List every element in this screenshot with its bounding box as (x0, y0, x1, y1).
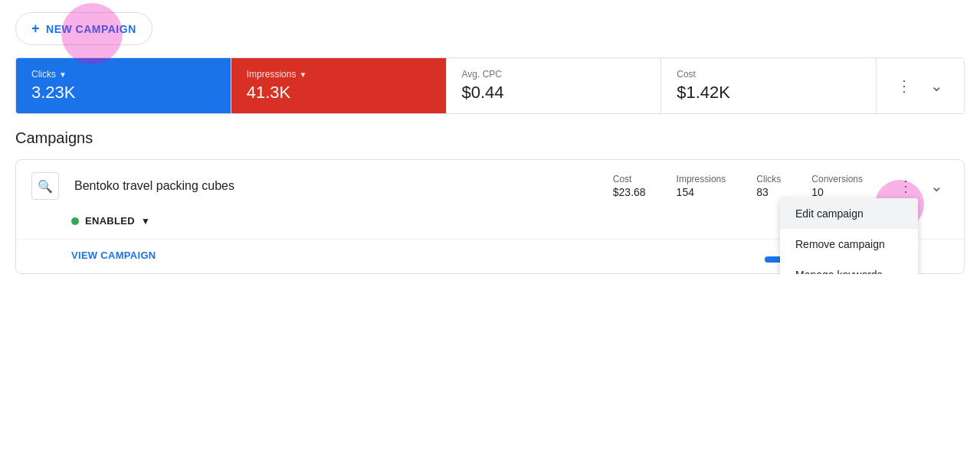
status-dot (71, 217, 79, 225)
stat-value-impressions: 41.3K (247, 83, 431, 103)
campaign-stats: Cost $23.68 Impressions 154 Clicks 83 Co… (613, 174, 863, 198)
stats-more-button[interactable]: ⋮ (892, 73, 916, 98)
stat-value-clicks: 3.23K (31, 83, 215, 103)
clicks-value: 83 (756, 186, 781, 198)
campaign-card: 🔍 Bentoko travel packing cubes Cost $23.… (15, 159, 965, 274)
campaign-stat-conversions: Conversions 10 (811, 174, 863, 198)
status-text: ENABLED (85, 215, 135, 227)
stat-value-cost: $1.42K (677, 83, 860, 103)
context-menu: Edit campaign Remove campaign Manage key… (780, 198, 918, 274)
impressions-value: 154 (677, 186, 726, 198)
stat-label-avg-cpc: Avg. CPC (462, 69, 646, 80)
campaigns-title: Campaigns (15, 129, 965, 147)
stats-bar: Clicks ▼ 3.23K Impressions ▼ 41.3K Avg. … (15, 57, 965, 114)
stats-expand-button[interactable]: ⌄ (924, 73, 949, 98)
campaign-stat-clicks: Clicks 83 (756, 174, 781, 198)
stat-label-clicks: Clicks ▼ (31, 69, 215, 80)
stat-cell-cost: Cost $1.42K (661, 58, 877, 113)
impressions-sort-arrow[interactable]: ▼ (299, 70, 306, 79)
clicks-label: Clicks (756, 174, 781, 184)
campaign-actions: ⋮ ⌄ (893, 174, 949, 198)
cost-label: Cost (613, 174, 646, 184)
stat-cell-avg-cpc: Avg. CPC $0.44 (447, 58, 662, 113)
context-menu-remove[interactable]: Remove campaign (780, 229, 918, 259)
new-campaign-button[interactable]: + NEW CAMPAIGN (15, 12, 152, 45)
stat-value-avg-cpc: $0.44 (462, 83, 646, 103)
campaign-more-button[interactable]: ⋮ (893, 174, 918, 198)
plus-icon: + (31, 21, 40, 37)
status-dropdown-arrow[interactable]: ▼ (141, 216, 150, 227)
new-campaign-label: NEW CAMPAIGN (46, 23, 136, 35)
campaign-icon: 🔍 (31, 172, 59, 200)
stat-cell-impressions: Impressions ▼ 41.3K (231, 58, 447, 113)
search-icon: 🔍 (38, 179, 53, 194)
top-bar: + NEW CAMPAIGN (0, 0, 980, 57)
cost-value: $23.68 (613, 186, 646, 198)
impressions-label: Impressions (677, 174, 726, 184)
clicks-sort-arrow[interactable]: ▼ (59, 70, 67, 79)
campaigns-section: Campaigns 🔍 Bentoko travel packing cubes… (0, 129, 980, 274)
conversions-value: 10 (811, 186, 863, 198)
context-menu-edit[interactable]: Edit campaign (780, 198, 918, 229)
campaign-expand-button[interactable]: ⌄ (924, 174, 949, 198)
campaign-stat-cost: Cost $23.68 (613, 174, 646, 198)
stat-label-impressions: Impressions ▼ (247, 69, 431, 80)
view-campaign-link[interactable]: VIEW CAMPAIGN (71, 250, 156, 261)
campaign-stat-impressions: Impressions 154 (677, 174, 726, 198)
stat-cell-clicks: Clicks ▼ 3.23K (16, 58, 231, 113)
context-menu-keywords[interactable]: Manage keywords (780, 259, 918, 274)
campaign-name: Bentoko travel packing cubes (74, 179, 598, 193)
stat-actions: ⋮ ⌄ (877, 58, 964, 113)
stat-label-cost: Cost (677, 69, 860, 80)
conversions-label: Conversions (811, 174, 863, 184)
